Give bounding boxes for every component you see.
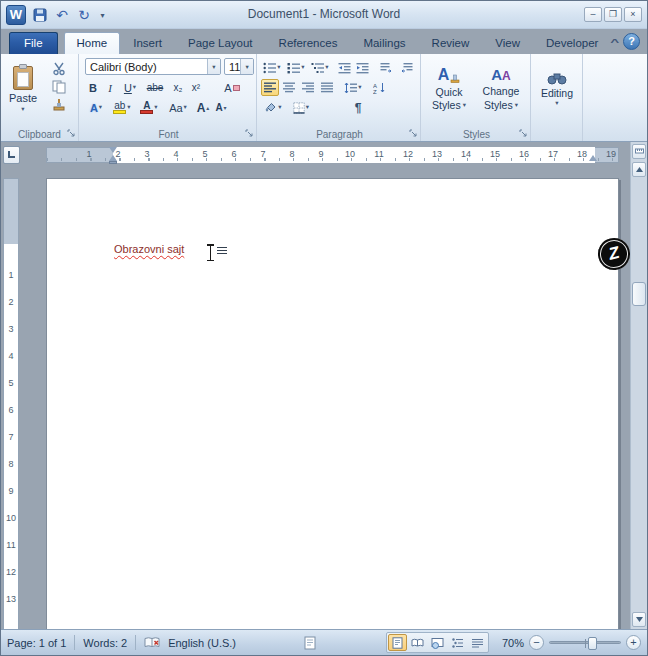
full-screen-reading-view-button[interactable]: [408, 634, 427, 651]
web-layout-view-button[interactable]: [428, 634, 447, 651]
redo-button[interactable]: ↻: [75, 6, 93, 24]
tab-file[interactable]: File: [9, 32, 58, 54]
qat-customize-button[interactable]: ▾: [97, 6, 108, 24]
close-button[interactable]: ×: [624, 7, 642, 22]
zoom-slider-thumb[interactable]: [588, 637, 597, 650]
word-logo-icon[interactable]: W: [6, 5, 26, 25]
horizontal-ruler-number: 10: [345, 149, 355, 159]
left-indent-marker[interactable]: [109, 161, 117, 164]
tab-developer[interactable]: Developer: [533, 32, 611, 54]
ruler-toggle-button[interactable]: [632, 144, 646, 159]
maximize-button[interactable]: ❐: [604, 7, 622, 22]
sort-button[interactable]: A Z: [369, 79, 389, 96]
horizontal-ruler-number: 3: [144, 149, 149, 159]
increase-indent-button[interactable]: [353, 59, 371, 76]
quick-access-toolbar: ↶ ↻ ▾: [31, 6, 108, 24]
font-size-combo[interactable]: 11 ▾: [224, 58, 254, 75]
line-spacing-button[interactable]: ▾: [341, 79, 365, 96]
change-styles-button[interactable]: A A Change Styles▾: [475, 57, 527, 121]
font-name-dropdown-icon[interactable]: ▾: [207, 59, 220, 74]
tab-view[interactable]: View: [482, 32, 533, 54]
draft-view-icon: [471, 637, 484, 649]
align-center-button[interactable]: [280, 79, 298, 96]
zoom-in-button[interactable]: +: [626, 635, 641, 650]
numbering-button[interactable]: ▾: [285, 59, 307, 76]
quick-styles-button[interactable]: A Quick Styles▾: [425, 57, 473, 121]
paragraph-dialog-launcher[interactable]: [409, 129, 418, 138]
format-painter-button[interactable]: [47, 96, 71, 113]
left-to-right-button[interactable]: [377, 59, 395, 76]
superscript-button[interactable]: x²: [187, 79, 205, 96]
outline-view-button[interactable]: [448, 634, 467, 651]
tab-insert[interactable]: Insert: [120, 32, 175, 54]
show-hide-pilcrow-button[interactable]: ¶: [349, 99, 367, 116]
clear-formatting-button[interactable]: A: [221, 79, 243, 96]
minimize-button[interactable]: –: [584, 7, 602, 22]
proofing-status[interactable]: [144, 636, 160, 649]
statusbar-right: 70% − +: [386, 632, 641, 653]
change-styles-icon: A A: [491, 66, 511, 83]
cut-button[interactable]: [47, 60, 71, 77]
word-count[interactable]: Words: 2: [83, 637, 127, 649]
multilevel-list-button[interactable]: ▾: [309, 59, 331, 76]
right-to-left-button[interactable]: [397, 59, 415, 76]
tab-references[interactable]: References: [266, 32, 351, 54]
font-dialog-launcher[interactable]: [245, 129, 254, 138]
bullets-button[interactable]: ▾: [261, 59, 283, 76]
font-name-combo[interactable]: Calibri (Body) ▾: [85, 58, 221, 75]
language-indicator[interactable]: English (U.S.): [168, 637, 236, 649]
shading-button[interactable]: ▾: [261, 99, 285, 116]
scrollbar-thumb[interactable]: [632, 282, 646, 306]
scroll-up-button[interactable]: [632, 162, 646, 177]
tab-page-layout[interactable]: Page Layout: [175, 32, 266, 54]
bullets-dropdown-icon: ▾: [277, 64, 280, 71]
change-case-button[interactable]: Aa ▾: [165, 99, 191, 116]
save-button[interactable]: [31, 6, 49, 24]
editing-group: Editing ▾: [533, 54, 583, 141]
borders-button[interactable]: ▾: [289, 99, 313, 116]
tab-mailings[interactable]: Mailings: [350, 32, 418, 54]
italic-button[interactable]: I: [103, 79, 117, 96]
right-indent-marker[interactable]: [589, 155, 597, 161]
text-effects-button[interactable]: A ▾: [85, 99, 107, 116]
tab-home[interactable]: Home: [64, 32, 121, 54]
paste-button[interactable]: Paste ▾: [4, 57, 42, 121]
styles-dialog-launcher[interactable]: [519, 129, 528, 138]
print-layout-view-button[interactable]: [388, 634, 407, 651]
draft-view-button[interactable]: [468, 634, 487, 651]
tab-stop-selector[interactable]: [3, 146, 20, 164]
align-left-button[interactable]: [261, 79, 279, 96]
font-color-button[interactable]: A ▾: [137, 99, 161, 116]
vertical-scrollbar[interactable]: [630, 142, 647, 629]
align-right-button[interactable]: [299, 79, 317, 96]
page-indicator[interactable]: Page: 1 of 1: [7, 637, 66, 649]
editing-button[interactable]: Editing ▾: [535, 57, 579, 121]
document-page[interactable]: Obrazovni sajt: [46, 178, 619, 629]
minimize-ribbon-icon[interactable]: ^: [610, 37, 619, 47]
change-case-dropdown-icon: ▾: [184, 104, 187, 111]
svg-text:Z: Z: [373, 89, 377, 94]
clipboard-dialog-launcher[interactable]: [67, 129, 76, 138]
shrink-font-button[interactable]: A ▾: [213, 99, 229, 116]
bold-button[interactable]: B: [85, 79, 101, 96]
subscript-button[interactable]: x₂: [169, 79, 187, 96]
underline-button[interactable]: U ▾: [119, 79, 141, 96]
zoom-out-button[interactable]: −: [529, 635, 544, 650]
grow-font-button[interactable]: A ▴: [195, 99, 211, 116]
scroll-down-button[interactable]: [632, 612, 646, 627]
macro-page-icon: [304, 636, 316, 650]
zoom-level[interactable]: 70%: [502, 637, 524, 649]
justify-button[interactable]: [318, 79, 336, 96]
font-size-dropdown-icon[interactable]: ▾: [240, 59, 253, 74]
strikethrough-button[interactable]: abe: [143, 79, 167, 96]
macro-indicator[interactable]: [304, 636, 316, 650]
scroll-down-arrow-icon: [636, 617, 643, 622]
undo-button[interactable]: ↶: [53, 6, 71, 24]
help-button[interactable]: ?: [623, 33, 640, 50]
tab-review[interactable]: Review: [419, 32, 483, 54]
highlight-button[interactable]: ab ▾: [109, 99, 135, 116]
copy-button[interactable]: [47, 78, 71, 95]
document-text[interactable]: Obrazovni sajt: [114, 243, 184, 255]
decrease-indent-button[interactable]: [335, 59, 353, 76]
zoom-slider[interactable]: [549, 641, 621, 644]
